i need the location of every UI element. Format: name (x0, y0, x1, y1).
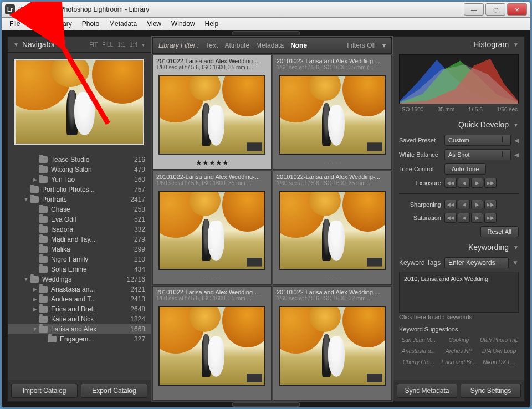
navigator-preview[interactable] (8, 53, 151, 151)
folder-tree[interactable]: Tease Studio216Waxing Salon479▶Yun Tao16… (8, 151, 151, 380)
thumbnail-image[interactable] (279, 191, 386, 270)
filter-tab-metadata[interactable]: Metadata (256, 42, 284, 49)
thumbnail-cell[interactable]: 20101022-Larisa and Alex Wedding-...1/60… (273, 286, 392, 401)
minimize-button[interactable]: — (464, 3, 484, 16)
thumbnail-cell[interactable]: 20101022-Larisa and Alex Wedding-...1/60… (152, 286, 272, 401)
menu-photo[interactable]: Photo (78, 19, 104, 29)
menu-help[interactable]: Help (201, 19, 223, 29)
menu-window[interactable]: Window (167, 19, 200, 29)
chevron-down-icon[interactable]: ▾ (382, 42, 386, 49)
keyword-tags-mode[interactable]: Enter Keywords (444, 257, 509, 268)
folder-row[interactable]: Waxing Salon479 (8, 165, 151, 175)
auto-tone-button[interactable]: Auto Tone (444, 163, 486, 175)
library-filter-bar[interactable]: Library Filter : Text Attribute Metadata… (152, 37, 392, 54)
reset-all-button[interactable]: Reset All (480, 226, 519, 237)
sync-settings-button[interactable]: Sync Settings (461, 384, 521, 398)
exposure-stepper[interactable]: ◀◀◀▶▶▶ (444, 178, 497, 188)
add-keywords-link[interactable]: Click here to add keywords (399, 314, 519, 320)
saved-preset-select[interactable]: Custom (444, 135, 511, 146)
rating-stars[interactable]: · · · · · (273, 157, 391, 169)
folder-row[interactable]: Engagem...327 (8, 334, 151, 344)
keyword-suggestion[interactable]: Anastasia a... (399, 346, 438, 356)
keyword-suggestion[interactable]: Erica and Br... (439, 357, 479, 367)
histogram-chart[interactable] (399, 54, 519, 104)
rating-stars[interactable] (273, 388, 391, 400)
maximize-button[interactable]: ▢ (485, 3, 505, 16)
folder-row[interactable]: ▶Yun Tao160 (8, 175, 151, 185)
menu-view[interactable]: View (142, 19, 166, 29)
nav-fill[interactable]: FILL (101, 42, 114, 48)
filter-tab-attribute[interactable]: Attribute (224, 42, 249, 49)
close-button[interactable]: ✕ (507, 3, 527, 16)
filter-tab-none[interactable]: None (290, 42, 307, 49)
chevron-down-icon[interactable]: ▼ (512, 259, 519, 267)
thumbnail-image[interactable] (279, 75, 386, 155)
folder-row[interactable]: Isadora332 (8, 224, 151, 234)
navigator-zoom-options[interactable]: FIT FILL 1:1 1:4 ▾ (89, 42, 145, 48)
filters-off-toggle[interactable]: Filters Off (347, 42, 376, 49)
bottom-panel-toggle[interactable] (232, 402, 300, 407)
folder-row[interactable]: ▶Andrea and T...2413 (8, 294, 151, 304)
thumbnail-image[interactable] (158, 191, 265, 270)
thumbnail-cell[interactable]: 20101022-Larisa and Alex Wedding-...1/60… (273, 55, 392, 170)
saturation-stepper[interactable]: ◀◀◀▶▶▶ (444, 213, 497, 223)
rating-stars[interactable]: · · · · · (273, 272, 391, 284)
folder-row[interactable]: ▼Weddings12716 (8, 274, 151, 284)
keyword-suggestion[interactable]: DIA Owl Loop (479, 346, 519, 356)
menu-file[interactable]: File (5, 19, 24, 29)
chevron-left-icon[interactable]: ◀ (514, 137, 519, 144)
quick-develop-header[interactable]: Quick Develop ▼ (393, 117, 524, 132)
thumbnail-cell[interactable]: 20101022-Larisa and Alex Wedding-...1/60… (273, 171, 392, 285)
rating-stars[interactable]: ★★★★★ (153, 157, 271, 169)
thumbnail-cell[interactable]: 20101022-Larisa and Alex Wedding-...1/60… (152, 55, 272, 170)
chevron-down-icon[interactable]: ▾ (141, 42, 145, 48)
folder-row[interactable]: ▼Portraits2417 (8, 195, 151, 204)
rating-stars[interactable] (153, 388, 271, 400)
keyword-suggestion[interactable]: Cherry Cre... (399, 357, 438, 367)
folder-row[interactable]: Katie and Nick1824 (8, 314, 151, 324)
thumbnail-grid[interactable]: 20101022-Larisa and Alex Wedding-...1/60… (151, 54, 393, 402)
nav-fit[interactable]: FIT (89, 42, 98, 48)
folder-row[interactable]: Nigro Family210 (8, 254, 151, 264)
folder-row[interactable]: ▶Anastasia an...2421 (8, 284, 151, 294)
folder-row[interactable]: Chase253 (8, 204, 151, 214)
menu-library[interactable]: Library (47, 19, 76, 29)
keyword-suggestion[interactable]: San Juan M... (399, 335, 438, 345)
keyword-suggestion[interactable]: Utah Photo Trip (479, 335, 519, 345)
filter-tab-text[interactable]: Text (206, 42, 218, 49)
folder-row[interactable]: Tease Studio216 (8, 155, 151, 165)
thumbnail-image[interactable] (158, 75, 265, 155)
thumbnail-image[interactable] (158, 306, 265, 386)
folder-row[interactable]: Portfolio Photos...757 (8, 185, 151, 195)
folder-row[interactable]: Sofia Emine434 (8, 264, 151, 274)
menu-edit[interactable]: Edit (25, 19, 46, 29)
keyword-suggestion[interactable]: Nikon DX L... (479, 357, 519, 367)
folder-row[interactable]: Madi and Tay...279 (8, 234, 151, 244)
menu-metadata[interactable]: Metadata (105, 19, 141, 29)
thumbnail-cell[interactable]: 20101022-Larisa and Alex Wedding-...1/60… (152, 171, 272, 285)
folder-row[interactable]: ▶Erica and Brett2648 (8, 304, 151, 314)
sharpening-stepper[interactable]: ◀◀◀▶▶▶ (444, 200, 497, 209)
titlebar[interactable]: Lr 2010 - Adobe Photoshop Lightroom - Li… (2, 2, 530, 18)
rating-stars[interactable]: · · · · · (153, 272, 271, 284)
keyword-input[interactable]: 2010, Larisa and Alex Wedding (399, 272, 519, 313)
folder-icon (39, 226, 48, 233)
folder-row[interactable]: Malika299 (8, 244, 151, 254)
keywording-header[interactable]: Keywording ▼ (393, 239, 524, 255)
nav-ratio[interactable]: 1:4 (129, 42, 138, 48)
white-balance-select[interactable]: As Shot (444, 149, 511, 160)
import-catalog-button[interactable]: Import Catalog (11, 384, 78, 398)
folder-row[interactable]: Eva Odil521 (8, 214, 151, 224)
keyword-suggestion[interactable]: Cooking (439, 335, 479, 345)
top-panel-toggle[interactable] (232, 31, 300, 35)
navigator-header[interactable]: ▼ Navigator FIT FILL 1:1 1:4 ▾ (8, 37, 151, 53)
export-catalog-button[interactable]: Export Catalog (81, 384, 147, 398)
sync-metadata-button[interactable]: Sync Metadata (397, 384, 457, 398)
chevron-left-icon[interactable]: ◀ (514, 151, 519, 159)
thumbnail-image[interactable] (279, 306, 386, 386)
menubar[interactable]: File Edit Library Photo Metadata View Wi… (2, 18, 530, 30)
keyword-suggestion[interactable]: Arches NP (439, 346, 479, 356)
histogram-header[interactable]: Histogram ▼ (393, 37, 524, 52)
nav-1to1[interactable]: 1:1 (117, 42, 126, 48)
folder-row[interactable]: ▼Larisa and Alex1668 (8, 324, 151, 334)
